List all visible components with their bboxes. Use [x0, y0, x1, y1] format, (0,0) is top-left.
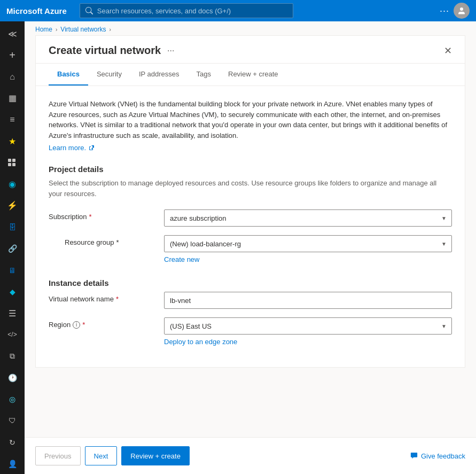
region-select[interactable]: (US) East US (US) East US 2 (US) West US… — [164, 317, 452, 335]
subscription-required: * — [89, 213, 92, 221]
resource-group-select[interactable]: (New) load-balancer-rg — [164, 235, 452, 252]
panel-title-row: Create virtual network ··· — [49, 44, 174, 57]
sidebar-item-menu[interactable]: ☰ — [0, 303, 25, 323]
vnet-name-label: Virtual network name * — [49, 292, 155, 303]
sidebar-item-vm[interactable]: 🖥 — [0, 260, 25, 281]
vnet-name-input[interactable] — [164, 292, 452, 309]
breadcrumb-sep-1: › — [56, 27, 57, 33]
resource-group-required: * — [116, 238, 119, 246]
intro-text: Azure Virtual Network (VNet) is the fund… — [49, 99, 452, 141]
feedback-icon — [410, 452, 418, 460]
panel-menu-button[interactable]: ··· — [167, 46, 174, 56]
region-row: Region i * (US) East US (US) East US 2 (… — [49, 317, 452, 346]
sidebar-item-home[interactable]: ⌂ — [0, 66, 25, 87]
resource-group-row: Resource group * (New) load-balancer-rg … — [49, 235, 452, 263]
sidebar-item-app-services[interactable]: ◆ — [0, 282, 25, 302]
tabs-bar: Basics Security IP addresses Tags Review… — [36, 64, 465, 86]
sidebar-item-security[interactable]: 🛡 — [0, 410, 25, 431]
project-details-desc: Select the subscription to manage deploy… — [49, 178, 452, 199]
more-options-button[interactable]: ··· — [440, 5, 449, 17]
page-title: Create virtual network — [49, 44, 161, 57]
top-bar-right: ··· — [440, 3, 470, 19]
sidebar-item-favorites[interactable]: ★ — [0, 131, 25, 151]
resource-group-control: (New) load-balancer-rg ▼ Create new — [164, 235, 452, 263]
sidebar-item-all-services[interactable] — [0, 152, 25, 173]
vnet-name-required: * — [116, 295, 119, 303]
svg-rect-0 — [8, 159, 11, 162]
sidebar-item-updates[interactable]: ↻ — [0, 432, 25, 452]
panel: Create virtual network ··· ✕ Basics Secu… — [35, 35, 465, 368]
sidebar-item-dashboard[interactable]: ▦ — [0, 88, 25, 108]
subscription-label: Subscription * — [49, 209, 155, 221]
tab-tags[interactable]: Tags — [188, 64, 220, 86]
svg-rect-3 — [12, 163, 15, 166]
sidebar: ≪ + ⌂ ▦ ≡ ★ ◉ ⚡ 🗄 🔗 🖥 ◆ ☰ </> ⧉ 🕐 ◎ 🛡 ↻ … — [0, 21, 25, 474]
sidebar-item-profile[interactable]: 👤 — [0, 454, 25, 474]
main-layout: ≪ + ⌂ ▦ ≡ ★ ◉ ⚡ 🗄 🔗 🖥 ◆ ☰ </> ⧉ 🕐 ◎ 🛡 ↻ … — [0, 21, 476, 474]
external-link-icon — [88, 145, 95, 151]
vnet-name-control — [164, 292, 452, 309]
breadcrumb: Home › Virtual networks › — [25, 21, 476, 35]
vnet-name-row: Virtual network name * — [49, 292, 452, 309]
create-new-link[interactable]: Create new — [164, 255, 199, 263]
avatar[interactable] — [454, 3, 470, 19]
sidebar-item-scheduler[interactable]: 🕐 — [0, 368, 25, 388]
resource-group-label: Resource group * — [49, 235, 155, 246]
region-control: (US) East US (US) East US 2 (US) West US… — [164, 317, 452, 346]
grid-icon — [7, 158, 17, 168]
brand-name: Microsoft Azure — [6, 6, 67, 15]
give-feedback-button[interactable]: Give feedback — [410, 452, 465, 460]
content-area: Home › Virtual networks › Create virtual… — [25, 21, 476, 474]
sidebar-item-lightning[interactable]: ⚡ — [0, 196, 25, 216]
tab-review-create[interactable]: Review + create — [220, 64, 287, 86]
region-info-icon[interactable]: i — [73, 321, 80, 329]
instance-details-title: Instance details — [49, 278, 452, 287]
next-button[interactable]: Next — [85, 446, 118, 465]
breadcrumb-sep-2: › — [110, 27, 111, 33]
tab-basics[interactable]: Basics — [49, 64, 88, 86]
resource-group-select-wrapper: (New) load-balancer-rg ▼ — [164, 235, 452, 252]
subscription-row: Subscription * azure subscription ▼ — [49, 209, 452, 227]
feedback-label: Give feedback — [421, 452, 465, 460]
subscription-control: azure subscription ▼ — [164, 209, 452, 227]
bottom-bar: Previous Next Review + create Give feedb… — [25, 437, 476, 474]
subscription-select-wrapper: azure subscription ▼ — [164, 209, 452, 227]
previous-button[interactable]: Previous — [35, 446, 81, 465]
sidebar-item-network[interactable]: 🔗 — [0, 238, 25, 259]
subscription-select[interactable]: azure subscription — [164, 209, 452, 227]
project-details-title: Project details — [49, 165, 452, 174]
sidebar-item-monitor[interactable]: ◉ — [0, 174, 25, 195]
region-label: Region i * — [49, 317, 155, 329]
spacer — [25, 368, 476, 437]
tab-security[interactable]: Security — [88, 64, 130, 86]
panel-body: Azure Virtual Network (VNet) is the fund… — [36, 86, 465, 367]
search-input[interactable] — [97, 7, 287, 15]
breadcrumb-virtual-networks[interactable]: Virtual networks — [60, 26, 106, 33]
sidebar-item-activity[interactable]: ≡ — [0, 110, 25, 130]
close-button[interactable]: ✕ — [444, 45, 452, 57]
search-icon — [85, 7, 93, 14]
search-bar[interactable] — [80, 3, 293, 18]
sidebar-item-code[interactable]: </> — [0, 324, 25, 345]
sidebar-item-sql[interactable]: 🗄 — [0, 217, 25, 237]
panel-header: Create virtual network ··· ✕ — [36, 36, 465, 64]
deploy-to-edge-zone-link[interactable]: Deploy to an edge zone — [164, 338, 237, 346]
sidebar-item-cdn[interactable]: ◎ — [0, 389, 25, 409]
svg-rect-1 — [12, 159, 15, 162]
sidebar-item-expand[interactable]: ≪ — [0, 24, 25, 44]
breadcrumb-home[interactable]: Home — [35, 26, 52, 33]
user-icon — [457, 6, 466, 15]
review-create-button[interactable]: Review + create — [121, 446, 190, 465]
top-bar: Microsoft Azure ··· — [0, 0, 476, 21]
region-select-wrapper: (US) East US (US) East US 2 (US) West US… — [164, 317, 452, 335]
region-required: * — [82, 321, 85, 329]
svg-rect-2 — [8, 163, 11, 166]
tab-ip-addresses[interactable]: IP addresses — [130, 64, 188, 86]
learn-more-link[interactable]: Learn more. — [49, 144, 95, 152]
sidebar-item-create[interactable]: + — [0, 45, 25, 65]
sidebar-item-layers[interactable]: ⧉ — [0, 346, 25, 367]
